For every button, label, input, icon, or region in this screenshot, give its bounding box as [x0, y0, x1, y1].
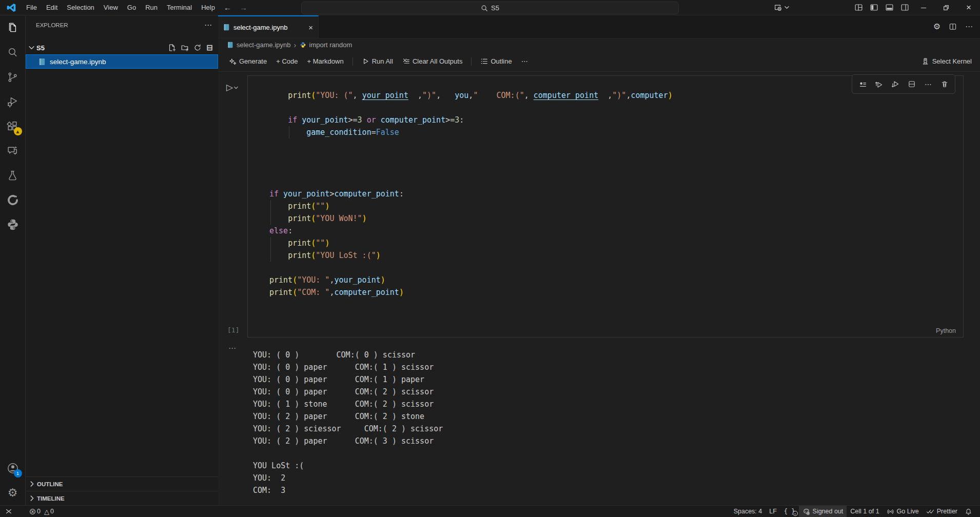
add-markdown-cell-button[interactable]: + Markdown: [304, 55, 347, 67]
close-window-button[interactable]: ×: [957, 0, 980, 15]
code-editor[interactable]: print("YOU: (", your_point ,")", you," C…: [269, 89, 958, 299]
code-line[interactable]: [269, 163, 958, 175]
notifications-bell[interactable]: [961, 506, 976, 517]
outline-button[interactable]: Outline: [477, 55, 515, 67]
code-line[interactable]: [269, 138, 958, 151]
run-all-button[interactable]: Run All: [358, 55, 397, 67]
menu-go[interactable]: Go: [123, 4, 141, 11]
outline-panel-header[interactable]: OUTLINE: [26, 476, 218, 491]
manage-settings-button[interactable]: ⚙: [0, 481, 26, 505]
menu-terminal[interactable]: Terminal: [162, 4, 197, 11]
menu-edit[interactable]: Edit: [42, 4, 62, 11]
activity-python[interactable]: [0, 212, 26, 237]
notebook-settings-icon[interactable]: ⚙: [933, 23, 940, 31]
add-code-cell-button[interactable]: + Code: [272, 55, 301, 67]
status-prettier[interactable]: Prettier: [923, 506, 961, 517]
status-spaces[interactable]: Spaces: 4: [730, 506, 766, 517]
forward-button[interactable]: →: [236, 3, 251, 12]
code-line[interactable]: print("COM: ",computer_point): [269, 286, 958, 299]
code-line[interactable]: [269, 102, 958, 114]
breadcrumb-file[interactable]: select-game.ipynb: [237, 41, 291, 49]
output-line: YOU: ( 2 ) paper COM:( 2 ) stone: [253, 410, 443, 423]
back-button[interactable]: ←: [220, 3, 236, 12]
toggle-panel-button[interactable]: [881, 0, 897, 15]
command-center-search[interactable]: S5: [301, 2, 679, 14]
run-below-button[interactable]: [888, 77, 903, 91]
menu-selection[interactable]: Selection: [62, 4, 99, 11]
file-item-selected[interactable]: select-game.ipynb: [26, 54, 218, 69]
menu-help[interactable]: Help: [197, 4, 220, 11]
status-language-mode[interactable]: { }×: [780, 506, 799, 517]
breadcrumb-symbol[interactable]: import random: [309, 41, 352, 49]
toggle-secondary-sidebar-button[interactable]: [897, 0, 912, 15]
output-more-button[interactable]: ⋯: [228, 344, 237, 353]
activity-source-control[interactable]: [0, 65, 26, 89]
minimize-button[interactable]: ─: [912, 0, 935, 15]
code-line[interactable]: print(""): [269, 200, 958, 212]
status-eol[interactable]: LF: [766, 506, 780, 517]
customize-layout-button[interactable]: [851, 0, 866, 15]
problems-indicator[interactable]: 0 △ 0: [29, 508, 54, 515]
search-icon: [481, 5, 488, 12]
status-cell-info[interactable]: Cell 1 of 1: [847, 506, 883, 517]
timeline-panel-header[interactable]: TIMELINE: [26, 491, 218, 505]
new-folder-icon[interactable]: [181, 44, 189, 52]
generate-button[interactable]: Generate: [225, 55, 270, 67]
activity-bar: ▲ 1 ⚙: [0, 15, 26, 505]
code-line[interactable]: game_condition=False: [269, 126, 958, 138]
select-kernel-button[interactable]: Select Kernel: [922, 57, 980, 65]
code-line[interactable]: if your_point>computer_point:: [269, 188, 958, 200]
menu-file[interactable]: File: [22, 4, 42, 11]
more-icon: ⋯: [521, 57, 528, 65]
remote-indicator[interactable]: [0, 506, 16, 517]
code-cell[interactable]: print("YOU: (", your_point ,")", you," C…: [247, 75, 964, 337]
chevron-down-icon: [234, 86, 238, 89]
cell-ai-edit-button[interactable]: [855, 77, 870, 91]
status-go-live[interactable]: Go Live: [883, 506, 923, 517]
status-signed-out[interactable]: Signed out: [799, 506, 847, 517]
toggle-primary-sidebar-button[interactable]: [866, 0, 881, 15]
code-line[interactable]: [269, 175, 958, 188]
collapse-all-icon[interactable]: ⊟: [206, 43, 213, 52]
cell-language-label[interactable]: Python: [936, 327, 956, 334]
activity-explorer[interactable]: [0, 15, 26, 40]
folder-section-header[interactable]: S5 ⊟: [26, 41, 218, 54]
remote-cast-button[interactable]: [774, 3, 789, 12]
activity-search[interactable]: [0, 40, 26, 65]
run-cell-button[interactable]: ▷: [226, 83, 238, 92]
code-line[interactable]: if your_point>=3 or computer_point>=3:: [269, 114, 958, 126]
code-line[interactable]: [269, 151, 958, 163]
activity-chat[interactable]: [0, 138, 26, 163]
refresh-icon[interactable]: [193, 44, 202, 52]
title-bar: FileEditSelectionViewGoRunTerminalHelp ←…: [0, 0, 980, 15]
tab-close-button[interactable]: ×: [308, 23, 313, 32]
delete-cell-button[interactable]: [937, 77, 952, 91]
toolbar-more-button[interactable]: ⋯: [518, 55, 532, 67]
code-line[interactable]: print("YOU LoSt :("): [269, 249, 958, 262]
run-above-button[interactable]: [872, 77, 886, 91]
activity-jupyter[interactable]: [0, 188, 26, 212]
activity-run-debug[interactable]: [0, 89, 26, 114]
restore-button[interactable]: [935, 0, 957, 15]
activity-testing[interactable]: [0, 163, 26, 188]
menu-run[interactable]: Run: [141, 4, 162, 11]
menu-view[interactable]: View: [99, 4, 123, 11]
broadcast-icon: [887, 508, 894, 515]
code-line[interactable]: else:: [269, 225, 958, 237]
explorer-more-button[interactable]: ⋯: [204, 21, 212, 30]
split-cell-button[interactable]: [905, 77, 919, 91]
code-line[interactable]: print("YOU WoN!"): [269, 212, 958, 225]
split-editor-icon[interactable]: [949, 23, 957, 31]
code-line[interactable]: [269, 262, 958, 274]
generate-label: Generate: [239, 57, 267, 65]
editor-more-icon[interactable]: ⋯: [965, 22, 973, 31]
code-line[interactable]: print("YOU: ",your_point): [269, 274, 958, 286]
tab-label: select-game.ipynb: [233, 24, 288, 31]
new-file-icon[interactable]: [168, 44, 176, 52]
accounts-button[interactable]: 1: [0, 456, 26, 481]
code-line[interactable]: print(""): [269, 237, 958, 249]
activity-extensions[interactable]: ▲: [0, 114, 26, 138]
clear-all-outputs-button[interactable]: Clear All Outputs: [399, 55, 466, 67]
cell-more-button[interactable]: ⋯: [921, 77, 935, 91]
tab-select-game[interactable]: select-game.ipynb ×: [218, 15, 319, 38]
